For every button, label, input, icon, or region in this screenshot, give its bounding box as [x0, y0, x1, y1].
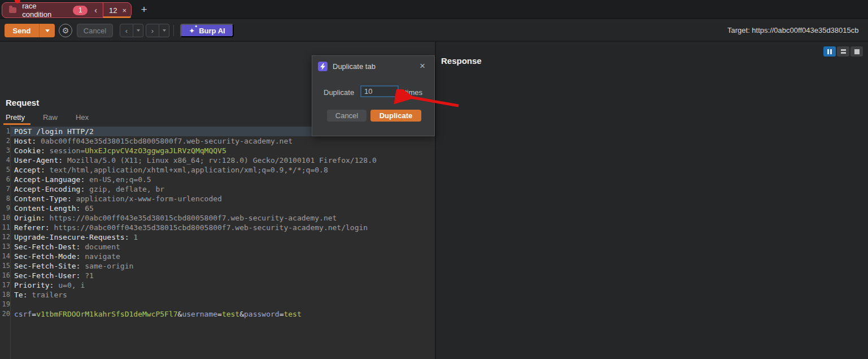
duplicate-count-input[interactable] — [360, 85, 399, 97]
tab-pretty[interactable]: Pretty — [6, 113, 25, 125]
request-line[interactable]: Upgrade-Insecure-Requests: 1 — [14, 232, 435, 242]
request-line[interactable]: Sec-Fetch-User: ?1 — [14, 271, 435, 280]
folder-icon — [9, 7, 16, 13]
request-line[interactable]: User-Agent: Mozilla/5.0 (X11; Linux x86_… — [14, 155, 435, 165]
columns-icon — [827, 49, 829, 54]
code-lines[interactable]: POST /login HTTP/2Host: 0abc00ff043e35d3… — [11, 126, 435, 359]
new-tab-button[interactable]: + — [138, 3, 150, 16]
rows-icon — [841, 49, 846, 54]
columns-icon — [830, 49, 832, 54]
layout-toggle-group — [823, 46, 863, 57]
duplicate-tab-dialog: Duplicate tab × Duplicate times Cancel D… — [312, 55, 435, 136]
send-split-button[interactable]: Send — [5, 24, 55, 37]
history-back-dropdown[interactable] — [133, 24, 143, 37]
layout-columns-button[interactable] — [823, 46, 836, 57]
request-line[interactable]: Referer: https://0abc00ff043e35d38015cbd… — [14, 223, 435, 232]
tab-raw[interactable]: Raw — [43, 113, 58, 125]
send-dropdown-button[interactable] — [40, 24, 55, 37]
tab-12[interactable]: 12 × — [103, 3, 131, 18]
request-line[interactable]: Accept: text/html,application/xhtml+xml,… — [14, 165, 435, 175]
square-icon — [854, 49, 860, 54]
dialog-header: Duplicate tab × — [312, 56, 434, 77]
tab-group-label[interactable]: race condition — [22, 2, 65, 19]
dialog-duplicate-button[interactable]: Duplicate — [370, 110, 421, 122]
request-line[interactable]: Origin: https://0abc00ff043e35d38015cbd8… — [14, 213, 435, 223]
dialog-cancel-button[interactable]: Cancel — [327, 110, 367, 122]
response-panel: Response — [436, 42, 868, 359]
repeater-tab-bar: race condition 1 ‹ 12 × + — [0, 0, 868, 19]
burp-ai-label: Burp AI — [199, 27, 225, 35]
request-line[interactable]: Cookie: session=UhxEJcpvCV4zO3ggwgaJLRVz… — [14, 146, 435, 155]
burp-ai-button[interactable]: ✦✦ Burp AI — [180, 24, 234, 37]
request-line[interactable]: Sec-Fetch-Mode: navigate — [14, 252, 435, 261]
duplicate-label: Duplicate — [324, 88, 354, 97]
history-back-group[interactable]: ‹ — [120, 24, 143, 37]
request-line[interactable]: Host: 0abc00ff043e35d38015cbd8005800f7.w… — [14, 136, 435, 146]
request-line[interactable]: csrf=v1tbmFRDOOrM1kahrSfsD1deMwcP5Fl7&us… — [14, 309, 435, 319]
lightning-bolt-icon — [318, 62, 328, 71]
layout-rows-button[interactable] — [837, 46, 849, 57]
repeater-toolbar: Send ⚙ Cancel ‹ › ✦✦ Burp AI Target: htt… — [0, 19, 868, 41]
request-line[interactable]: Content-Type: application/x-www-form-url… — [14, 194, 435, 204]
dialog-close-icon[interactable]: × — [420, 60, 425, 72]
chevron-down-icon — [163, 29, 166, 32]
history-forward-dropdown[interactable] — [159, 24, 169, 37]
request-panel-title: Request — [6, 98, 39, 107]
active-tab-underline — [103, 16, 131, 18]
request-line[interactable] — [14, 300, 435, 309]
request-line[interactable]: Sec-Fetch-Site: same-origin — [14, 261, 435, 271]
request-line[interactable]: Te: trailers — [14, 290, 435, 300]
tab-group-race-condition[interactable]: race condition 1 ‹ 12 × — [2, 2, 132, 18]
tab-count-badge: 1 — [73, 6, 88, 15]
tab-hex[interactable]: Hex — [76, 113, 89, 125]
tab-number[interactable]: 12 — [109, 6, 117, 15]
collapse-group-icon[interactable]: ‹ — [94, 6, 97, 15]
target-url-label: Target: https://0abc00ff043e35d38015cb — [727, 26, 859, 34]
times-label: times — [405, 88, 422, 97]
chevron-down-icon — [137, 29, 140, 32]
history-forward-button[interactable]: › — [146, 24, 159, 37]
line-gutter: 1234567891011121314151617181920 — [0, 126, 11, 359]
request-line[interactable]: Accept-Language: en-US,en;q=0.5 — [14, 175, 435, 184]
request-line[interactable]: Priority: u=0, i — [14, 280, 435, 290]
sparkle-icon: ✦✦ — [189, 27, 195, 35]
response-panel-title: Response — [441, 56, 482, 66]
chevron-down-icon — [45, 29, 50, 32]
burp-repeater-window: race condition 1 ‹ 12 × + Send ⚙ Cancel … — [0, 0, 868, 359]
request-editor[interactable]: 1234567891011121314151617181920 POST /lo… — [0, 126, 435, 359]
history-back-button[interactable]: ‹ — [120, 24, 133, 37]
request-line[interactable]: Content-Length: 65 — [14, 204, 435, 213]
request-line[interactable]: Accept-Encoding: gzip, deflate, br — [14, 184, 435, 194]
layout-single-button[interactable] — [850, 46, 863, 57]
toolbar-separator — [173, 25, 174, 36]
cancel-request-button[interactable]: Cancel — [77, 24, 113, 37]
dialog-title: Duplicate tab — [333, 62, 376, 71]
settings-gear-button[interactable]: ⚙ — [59, 24, 72, 37]
message-view-tabs: Pretty Raw Hex — [6, 113, 89, 125]
history-forward-group[interactable]: › — [146, 24, 169, 37]
request-line[interactable]: Sec-Fetch-Dest: document — [14, 242, 435, 252]
tab-close-icon[interactable]: × — [122, 6, 127, 15]
send-button[interactable]: Send — [5, 24, 40, 37]
